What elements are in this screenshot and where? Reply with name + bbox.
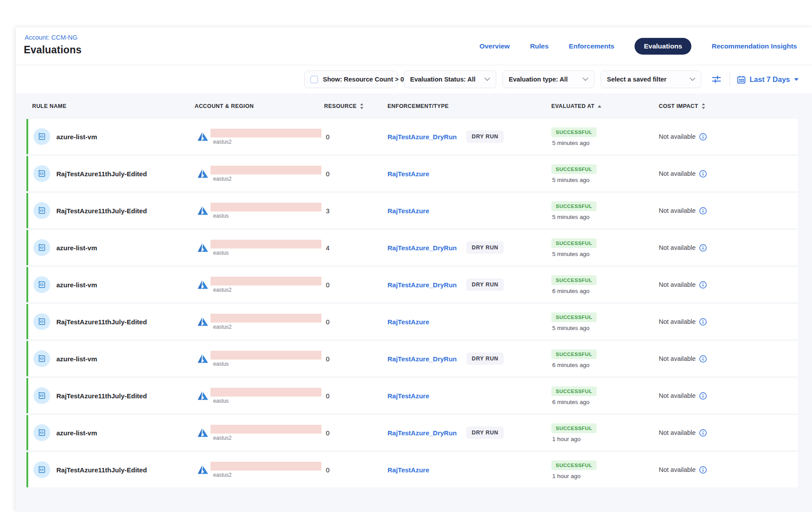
evaluated-at-cell: SUCCESSFUL 1 hour ago bbox=[551, 460, 659, 479]
cost-value: Not available bbox=[659, 207, 696, 214]
tab-recommendation-insights[interactable]: Recommendation Insights bbox=[712, 42, 797, 50]
enforcement-link[interactable]: RajTestAzure bbox=[388, 318, 429, 326]
azure-icon bbox=[197, 464, 209, 475]
resource-count: 0 bbox=[324, 392, 388, 400]
account-info: eastus2 bbox=[210, 129, 321, 145]
enforcement-link[interactable]: RajTestAzure_DryRun bbox=[388, 429, 457, 437]
enforcement-link[interactable]: RajTestAzure bbox=[388, 207, 429, 215]
region-label: eastus bbox=[213, 250, 321, 256]
enforcement-cell: RajTestAzure_DryRun DRY RUN bbox=[388, 352, 551, 365]
evaluation-status-select[interactable]: Evaluation Status: All bbox=[404, 70, 496, 88]
calendar-icon bbox=[737, 75, 746, 84]
resource-count-checkbox[interactable] bbox=[310, 76, 318, 83]
rule-name: RajTestAzure11thJuly-Edited bbox=[56, 466, 147, 474]
enforcement-link[interactable]: RajTestAzure bbox=[388, 170, 429, 178]
saved-filter-select[interactable]: Select a saved filter bbox=[601, 70, 701, 88]
resource-count: 3 bbox=[324, 207, 388, 215]
filter-settings-button[interactable] bbox=[711, 74, 722, 85]
sort-asc-icon[interactable] bbox=[598, 105, 602, 108]
tab-enforcements[interactable]: Enforcements bbox=[569, 42, 614, 50]
table-row[interactable]: azure-list-vm eastus 4 RajTestAzure_DryR… bbox=[26, 230, 798, 265]
sort-icon[interactable] bbox=[701, 103, 705, 109]
enforcement-link[interactable]: RajTestAzure_DryRun bbox=[388, 355, 457, 363]
rule-name-cell: azure-list-vm bbox=[28, 128, 195, 145]
caret-down-icon bbox=[794, 78, 799, 81]
account-region-cell: eastus bbox=[195, 203, 324, 219]
column-header-rule-name: RULE NAME bbox=[26, 103, 195, 109]
evaluated-at-cell: SUCCESSFUL 5 minutes ago bbox=[551, 164, 659, 183]
account-info: eastus2 bbox=[210, 166, 321, 182]
enforcement-link[interactable]: RajTestAzure bbox=[388, 392, 429, 400]
info-icon[interactable] bbox=[699, 429, 707, 437]
rule-avatar bbox=[33, 165, 50, 182]
info-icon[interactable] bbox=[699, 207, 707, 215]
info-icon[interactable] bbox=[699, 281, 707, 289]
rule-code-icon bbox=[37, 465, 46, 474]
account-region-cell: eastus2 bbox=[195, 129, 324, 145]
rule-name-cell: azure-list-vm bbox=[28, 424, 195, 441]
table-row[interactable]: RajTestAzure11thJuly-Edited eastus2 0 Ra… bbox=[26, 156, 798, 191]
table-row[interactable]: RajTestAzure11thJuly-Edited eastus 0 Raj… bbox=[26, 378, 798, 413]
date-range-picker[interactable]: Last 7 Days bbox=[737, 75, 799, 84]
evaluated-time: 5 minutes ago bbox=[551, 140, 590, 146]
cost-value: Not available bbox=[659, 318, 696, 325]
enforcement-link[interactable]: RajTestAzure bbox=[388, 466, 429, 474]
info-icon[interactable] bbox=[699, 466, 707, 474]
rule-avatar bbox=[33, 239, 50, 256]
column-header-resource[interactable]: RESOURCE bbox=[324, 103, 388, 109]
evaluated-time: 5 minutes ago bbox=[551, 214, 590, 220]
rule-name: azure-list-vm bbox=[56, 355, 97, 363]
table-row[interactable]: RajTestAzure11thJuly-Edited eastus 3 Raj… bbox=[26, 193, 798, 228]
table-row[interactable]: RajTestAzure11thJuly-Edited eastus2 0 Ra… bbox=[26, 452, 798, 487]
column-header-cost-impact[interactable]: COST IMPACT bbox=[659, 103, 798, 109]
cost-impact-cell: Not available bbox=[659, 170, 798, 178]
rule-avatar bbox=[33, 350, 50, 367]
rule-name: azure-list-vm bbox=[56, 281, 97, 289]
status-badge: SUCCESSFUL bbox=[551, 423, 597, 433]
account-info: eastus bbox=[210, 203, 321, 219]
rule-code-icon bbox=[37, 132, 46, 141]
chevron-down-icon bbox=[484, 78, 490, 81]
account-breadcrumb[interactable]: Account: CCM-NG bbox=[25, 34, 78, 41]
cost-impact-cell: Not available bbox=[659, 355, 798, 363]
evaluated-at-cell: SUCCESSFUL 6 minutes ago bbox=[551, 386, 659, 405]
info-icon[interactable] bbox=[699, 244, 707, 252]
region-label: eastus bbox=[213, 398, 321, 404]
rule-code-icon bbox=[37, 206, 46, 215]
table-row[interactable]: azure-list-vm eastus2 0 RajTestAzure_Dry… bbox=[26, 267, 798, 302]
tab-evaluations[interactable]: Evaluations bbox=[635, 38, 691, 55]
tab-overview[interactable]: Overview bbox=[480, 42, 510, 50]
enforcement-link[interactable]: RajTestAzure_DryRun bbox=[388, 244, 457, 252]
column-header-evaluated-at[interactable]: EVALUATED AT bbox=[551, 103, 659, 109]
cost-impact-cell: Not available bbox=[659, 281, 798, 289]
info-icon[interactable] bbox=[699, 355, 707, 363]
azure-icon bbox=[197, 390, 209, 401]
evaluated-at-cell: SUCCESSFUL 5 minutes ago bbox=[551, 127, 659, 146]
enforcement-link[interactable]: RajTestAzure_DryRun bbox=[388, 133, 457, 141]
table-row[interactable]: RajTestAzure11thJuly-Edited eastus2 0 Ra… bbox=[26, 304, 798, 339]
info-icon[interactable] bbox=[699, 392, 707, 400]
rule-code-icon bbox=[37, 391, 46, 400]
sort-icon[interactable] bbox=[360, 103, 364, 109]
info-icon[interactable] bbox=[699, 133, 707, 141]
info-icon[interactable] bbox=[699, 170, 707, 178]
azure-icon bbox=[197, 353, 209, 364]
info-icon[interactable] bbox=[699, 318, 707, 326]
table-row[interactable]: azure-list-vm eastus2 0 RajTestAzure_Dry… bbox=[26, 415, 798, 450]
tab-rules[interactable]: Rules bbox=[530, 42, 549, 50]
evaluation-type-select[interactable]: Evaluation type: All bbox=[502, 70, 594, 88]
rule-name: RajTestAzure11thJuly-Edited bbox=[56, 207, 147, 215]
rule-name: RajTestAzure11thJuly-Edited bbox=[56, 392, 147, 400]
resource-count-filter[interactable]: Show: Resource Count > 0 bbox=[304, 70, 398, 88]
cost-impact-cell: Not available bbox=[659, 207, 798, 215]
redacted-account-name bbox=[210, 166, 321, 174]
rule-name-cell: azure-list-vm bbox=[28, 276, 195, 293]
account-region-cell: eastus bbox=[195, 388, 324, 404]
table-row[interactable]: azure-list-vm eastus2 0 RajTestAzure_Dry… bbox=[26, 119, 798, 154]
status-badge: SUCCESSFUL bbox=[551, 386, 597, 396]
account-info: eastus2 bbox=[210, 314, 321, 330]
evaluated-time: 5 minutes ago bbox=[551, 177, 590, 183]
table-row[interactable]: azure-list-vm eastus 0 RajTestAzure_DryR… bbox=[26, 341, 798, 376]
enforcement-link[interactable]: RajTestAzure_DryRun bbox=[388, 281, 457, 289]
cost-impact-cell: Not available bbox=[659, 318, 798, 326]
